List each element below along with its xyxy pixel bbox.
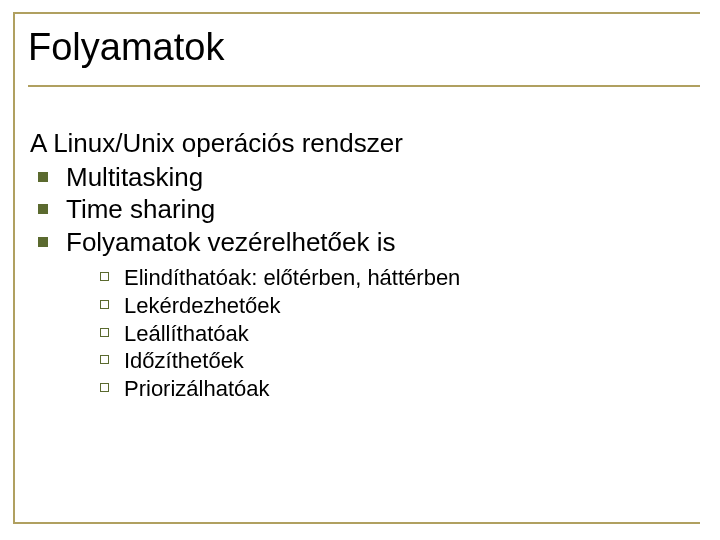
- list-item-label: Leállíthatóak: [124, 321, 249, 346]
- title-underline: [28, 85, 700, 87]
- list-item-label: Multitasking: [66, 162, 203, 192]
- list-item-label: Időzíthetőek: [124, 348, 244, 373]
- list-item-label: Priorizálhatóak: [124, 376, 270, 401]
- list-item-label: Elindíthatóak: előtérben, háttérben: [124, 265, 460, 290]
- list-item: Lekérdezhetőek: [94, 293, 690, 320]
- frame-rule-bottom: [13, 522, 700, 524]
- slide-title: Folyamatok: [28, 18, 700, 79]
- list-item: Time sharing: [30, 194, 690, 226]
- slide: Folyamatok A Linux/Unix operációs rendsz…: [0, 0, 720, 540]
- list-item: Priorizálhatóak: [94, 376, 690, 403]
- list-item-label: Lekérdezhetőek: [124, 293, 281, 318]
- bullet-list-level2: Elindíthatóak: előtérben, háttérben Leké…: [66, 265, 690, 403]
- list-item: Folyamatok vezérelhetőek is Elindíthatóa…: [30, 227, 690, 403]
- title-area: Folyamatok: [28, 18, 700, 87]
- intro-text: A Linux/Unix operációs rendszer: [30, 128, 690, 160]
- bullet-list-level1: Multitasking Time sharing Folyamatok vez…: [30, 162, 690, 403]
- frame-rule-top: [13, 12, 700, 14]
- frame-rule-left: [13, 12, 15, 524]
- list-item-label: Folyamatok vezérelhetőek is: [66, 227, 395, 257]
- list-item: Elindíthatóak: előtérben, háttérben: [94, 265, 690, 292]
- slide-body: A Linux/Unix operációs rendszer Multitas…: [30, 128, 690, 404]
- list-item: Multitasking: [30, 162, 690, 194]
- list-item: Leállíthatóak: [94, 321, 690, 348]
- list-item-label: Time sharing: [66, 194, 215, 224]
- list-item: Időzíthetőek: [94, 348, 690, 375]
